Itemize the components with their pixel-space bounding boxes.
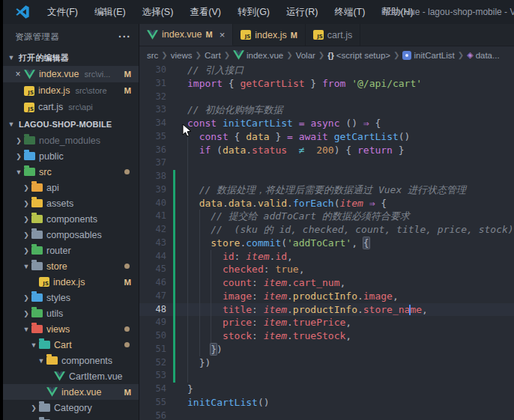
tab-modified-badge: M (206, 30, 213, 39)
menu-item[interactable]: 编辑(E) (88, 3, 133, 22)
code-text: store.commit('addToCart', { (187, 237, 369, 250)
tree-item-utils[interactable]: ❯utils (3, 305, 139, 321)
vue-file-icon (233, 50, 244, 60)
folder-icon (24, 136, 35, 144)
code-line-36[interactable]: 36if (data.status ≠ 200) { return } (139, 144, 514, 157)
breadcrumb-item[interactable]: Volar (296, 51, 315, 60)
tab-index.js[interactable]: JSindex.jsM (233, 24, 306, 46)
open-editor-item[interactable]: JSindex.jssrc\storeM (3, 82, 139, 99)
code-line-51[interactable]: 51}) (139, 343, 514, 356)
code-line-52[interactable]: 52}) (139, 356, 514, 370)
tree-item-store[interactable]: ▼store (3, 258, 139, 274)
code-editor[interactable]: 30// 引入接口31import { getCartList } from '… (139, 64, 514, 420)
breadcrumb-item[interactable]: {}<script setup> (327, 51, 390, 60)
menu-item[interactable]: 转到(G) (231, 3, 276, 22)
code-line-38[interactable]: 38 (139, 170, 514, 183)
code-line-33[interactable]: 33// 初始化购物车数据 (139, 103, 514, 117)
tree-item-index.js[interactable]: JSindex.jsM (3, 274, 139, 290)
tree-item-api[interactable]: ❯api (3, 180, 139, 195)
code-line-47[interactable]: 47image: item.productInfo.image, (139, 290, 514, 303)
tree-item-public[interactable]: ❯public (3, 148, 139, 164)
code-line-31[interactable]: 31import { getCartList } from '@/api/car… (139, 77, 514, 91)
code-line-50[interactable]: 50stock: item.trueStock, (139, 329, 514, 343)
breadcrumb-item[interactable]: ◈data... (467, 50, 499, 60)
tree-item-label: CartItem.vue (69, 371, 123, 382)
git-gutter-indicator (173, 197, 175, 210)
code-line-34[interactable]: 34const initCartList = async () ⇒ { (139, 117, 514, 130)
tree-item-composables[interactable]: ❯composables (3, 227, 139, 243)
chevron-right-icon: ❯ (13, 137, 24, 144)
tab-cart.js[interactable]: JScart.js (306, 24, 360, 46)
menu-item[interactable]: 选择(S) (136, 3, 181, 22)
workspace-root-header[interactable]: ▼ LAGOU-SHOP-MOBILE (3, 116, 139, 133)
tree-item-Category[interactable]: ❯Category (3, 400, 139, 416)
menu-item[interactable]: 查看(V) (183, 3, 228, 22)
code-line-37[interactable]: 37 (139, 156, 514, 170)
menu-item[interactable]: 文件(F) (40, 3, 85, 22)
tree-item-components[interactable]: ▼components (3, 353, 139, 368)
code-line-39[interactable]: 39// 数据处理，将处理后需要的数据通过 Vuex 进行状态管理 (139, 183, 514, 197)
code-line-46[interactable]: 46count: item.cart_num, (139, 276, 514, 290)
git-gutter-indicator (173, 250, 175, 264)
more-actions-icon[interactable]: ··· (118, 31, 131, 43)
code-line-32[interactable]: 32 (139, 91, 514, 104)
code-line-49[interactable]: 49price: item.truePrice, (139, 316, 514, 329)
breadcrumb-separator-icon: ❯ (194, 51, 203, 59)
line-number: 53 (139, 369, 166, 383)
breadcrumb-item[interactable]: initCartList (402, 51, 454, 60)
code-line-44[interactable]: 44id: item.id, (139, 250, 514, 264)
indent-guide (187, 170, 199, 183)
code-line-53[interactable]: 53 (139, 369, 514, 383)
indent-guide (187, 156, 199, 170)
close-icon[interactable]: × (12, 69, 24, 79)
chevron-down-icon: ▼ (13, 168, 24, 176)
line-number: 43 (139, 237, 166, 250)
tree-item-src[interactable]: ▼src (3, 164, 139, 180)
open-editors-section-header[interactable]: ▼ 打开的编辑器 (3, 49, 139, 66)
tree-item-node_modules[interactable]: ❯node_modules (3, 133, 139, 148)
code-text: }) (187, 343, 223, 356)
breadcrumb-separator-icon: ❯ (392, 51, 401, 59)
close-icon[interactable]: × (220, 29, 226, 40)
code-line-41[interactable]: 41// 提交给 addToCart 的数据必须符合要求 (139, 210, 514, 223)
tab-label: index.vue (162, 29, 202, 40)
code-line-43[interactable]: 43store.commit('addToCart', { (139, 237, 514, 250)
code-line-30[interactable]: 30// 引入接口 (139, 64, 514, 77)
tree-item-CartItem.vue[interactable]: CartItem.vue (3, 368, 139, 384)
indent-guide (211, 276, 223, 290)
breadcrumb-item[interactable]: index.vue (233, 50, 283, 60)
code-line-40[interactable]: 40data.data.valid.forEach(item ⇒ { (139, 197, 514, 210)
menu-item[interactable]: 运行(R) (279, 3, 324, 22)
tree-item-CategoryDetail[interactable]: ❯CategoryDetail (3, 416, 139, 420)
tree-item-index.vue[interactable]: index.vueM (3, 384, 139, 400)
tree-item-Cart[interactable]: ▼Cart (3, 337, 139, 353)
code-line-56[interactable]: 56 (139, 410, 514, 420)
indent-guide (187, 197, 199, 210)
breadcrumb-item[interactable]: src (147, 51, 158, 60)
code-line-35[interactable]: 35const { data } = await getCartList() (139, 130, 514, 144)
tree-item-styles[interactable]: ❯styles (3, 290, 139, 305)
tree-item-assets[interactable]: ❯assets (3, 195, 139, 211)
menu-item[interactable]: 终端(T) (327, 3, 372, 22)
code-line-48[interactable]: 48title: item.productInfo.store_name, (139, 303, 514, 317)
tree-item-views[interactable]: ▼views (3, 321, 139, 337)
code-line-55[interactable]: 55initCartList() (139, 396, 514, 410)
line-number: 31 (139, 77, 166, 91)
tab-index.vue[interactable]: index.vueM× (139, 24, 233, 46)
tree-item-router[interactable]: ❯router (3, 243, 139, 258)
code-token (328, 131, 334, 142)
code-line-42[interactable]: 42// (sku 的 id, checked, count, title, p… (139, 223, 514, 237)
folder-icon (39, 404, 50, 412)
code-line-45[interactable]: 45checked: true, (139, 263, 514, 276)
code-token: : (252, 290, 264, 302)
code-line-54[interactable]: 54} (139, 383, 514, 396)
open-editor-item[interactable]: ×index.vuesrc\vi...M (3, 66, 139, 82)
git-gutter-indicator (173, 117, 175, 130)
code-token: } (187, 383, 193, 395)
open-editor-item[interactable]: JScart.jssrc\api (3, 99, 139, 115)
breadcrumb-item[interactable]: views (171, 51, 193, 60)
breadcrumb-item[interactable]: Cart (205, 51, 221, 60)
breadcrumb-label: src (147, 51, 158, 60)
code-token: 200 (316, 144, 333, 156)
tree-item-components[interactable]: ❯components (3, 211, 139, 227)
